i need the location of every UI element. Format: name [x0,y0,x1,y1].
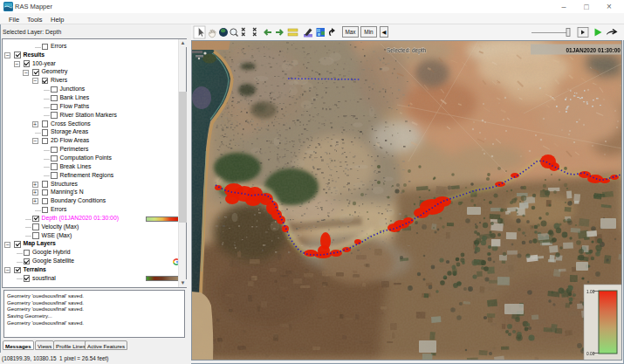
svg-text:1.00: 1.00 [586,290,595,294]
svg-text:0.00: 0.00 [586,352,595,356]
svg-text:01JAN2020 01:30:00: 01JAN2020 01:30:00 [566,47,621,53]
svg-text:Selected: depth: Selected: depth [387,47,427,54]
